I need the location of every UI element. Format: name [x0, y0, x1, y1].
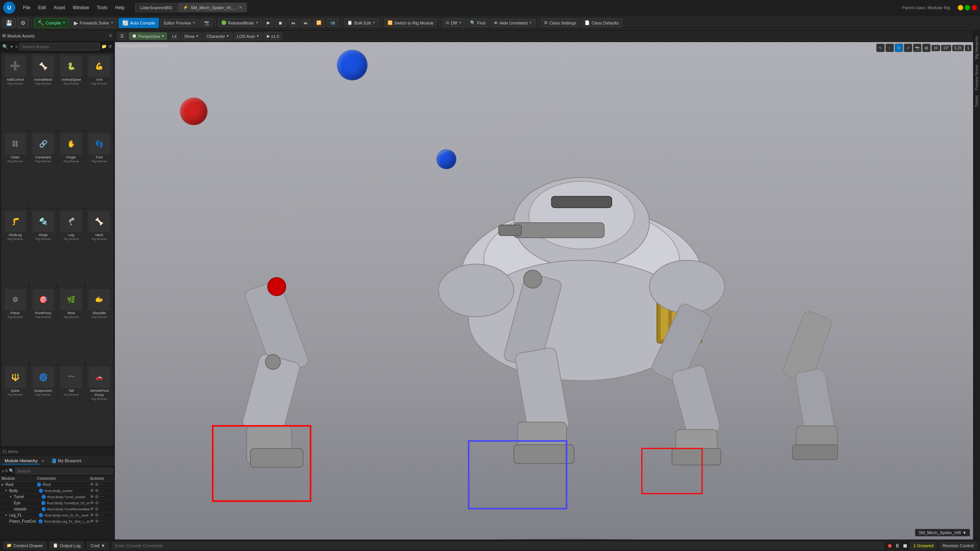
asset-suspension[interactable]: 🌀 Suspension Rig Module — [29, 365, 57, 446]
action-more-turret[interactable]: ⋯ — [100, 494, 104, 499]
vp-character-button[interactable]: Character ▼ — [203, 33, 232, 40]
editor-preview-button[interactable]: Editor Preview ▼ — [160, 19, 199, 27]
content-drawer-button[interactable]: 📁 Content Drawer — [3, 541, 46, 549]
console-input[interactable] — [112, 542, 884, 549]
asset-neck[interactable]: 🦴 Neck Rig Module — [86, 209, 113, 286]
settings-sm-icon[interactable]: ⚙ — [108, 44, 112, 49]
action-more-missels[interactable]: ⋯ — [100, 507, 104, 512]
auto-compile-button[interactable]: 🔄 Auto Compile — [119, 18, 159, 28]
mh-close-icon[interactable]: ✕ — [41, 459, 44, 463]
step-forward-button[interactable]: ⏭ — [300, 19, 311, 27]
action-more-leg-fl[interactable]: ⋯ — [100, 513, 104, 518]
asset-shoulder[interactable]: 🫱 Shoulder Rig Module — [86, 287, 113, 364]
compile-button[interactable]: 🔨 Compile ▼ — [34, 18, 69, 28]
vp-playback-button[interactable]: ▶ x1.0 — [264, 32, 282, 40]
revision-control-button[interactable]: Revision Control — [939, 542, 977, 549]
asset-pivotproxy[interactable]: 🎯 PivotProxy Rig Module — [29, 287, 57, 364]
vp-hamburger-button[interactable]: ☰ — [117, 32, 127, 40]
asset-chain[interactable]: ⛓ Chain Rig Module — [2, 131, 29, 208]
menu-asset[interactable]: Asset — [51, 3, 68, 12]
action-more-root[interactable]: ⋯ — [100, 482, 104, 487]
minimize-button[interactable] — [958, 5, 963, 10]
action-eye-leg-fl[interactable]: 👁 — [90, 513, 94, 518]
vp-ctrl-move[interactable]: ↕ — [885, 44, 894, 52]
record-button[interactable]: ⏺ — [887, 543, 892, 549]
class-settings-button[interactable]: ⚙ Class Settings — [541, 18, 580, 27]
tab-module-hierarchy[interactable]: Module Hierarchy — [2, 458, 40, 465]
action-gear-leg-fl[interactable]: ⚙ — [95, 513, 99, 518]
asset-animalspine[interactable]: 🐍 AnimalSpine Rig Module — [58, 54, 85, 130]
action-eye-turret[interactable]: 👁 — [90, 494, 94, 499]
asset-finger[interactable]: ✋ Finger Rig Module — [58, 131, 85, 208]
action-gear-root[interactable]: ⚙ — [95, 482, 99, 487]
mh-row-body[interactable]: ▼ Body 🔵 Root.Body_socket 👁 ⚙ ⋯ — [0, 488, 114, 494]
asset-root[interactable]: 🌿 Root Rig Module — [58, 287, 85, 364]
right-tab-rig-hierarchy[interactable]: Rig Hierarchy — [974, 34, 980, 62]
vp-show-button[interactable]: Show ▼ — [181, 33, 202, 40]
vp-ctrl-num2[interactable]: 10° — [941, 45, 951, 51]
vp-ctrl-camera[interactable]: 📷 — [913, 44, 921, 52]
action-more-eye[interactable]: ⋯ — [100, 500, 104, 505]
asset-hindleg[interactable]: 🦵 HindLeg Rig Module — [2, 209, 29, 286]
mh-row-turret[interactable]: ▼ Turret 🔵 Root.Body:Turret_socket 👁 ⚙ ⋯ — [0, 494, 114, 500]
mh-search-input[interactable] — [15, 468, 113, 474]
folder-icon[interactable]: 📁 — [101, 44, 107, 49]
pause-button[interactable]: ⏸ — [895, 543, 900, 549]
mh-row-piston-footout[interactable]: Piston_FootOut 🔵 Root.Body:Leg_FL_foot_L… — [0, 518, 114, 525]
menu-help[interactable]: Help — [112, 3, 128, 12]
hide-unrelated-button[interactable]: 👁 Hide Unrelated ▼ — [490, 19, 536, 27]
camera-button[interactable]: 📹 — [327, 18, 339, 27]
mh-row-eye[interactable]: Eye 🔵 Root.Body:TurretEye_02_sc 👁 ⚙ ⋯ — [0, 500, 114, 506]
asset-animalneck[interactable]: 🦴 AnimalNeck Rig Module — [29, 54, 57, 130]
right-tab-preview-scene[interactable]: Preview Scene — [974, 62, 980, 93]
asset-spine[interactable]: 🔱 Spine Rig Module — [2, 365, 29, 446]
vp-ctrl-num4[interactable]: 1 — [965, 45, 972, 51]
release-mode-button[interactable]: 🟢 ReleaseMode ▼ — [218, 18, 262, 27]
action-gear-piston[interactable]: ⚙ — [95, 519, 99, 524]
vp-ctrl-num3[interactable]: 0.25 — [952, 45, 964, 51]
asset-tail[interactable]: 〰 Tail Rig Module — [58, 365, 85, 446]
close-button[interactable] — [972, 5, 977, 10]
unsaved-button[interactable]: 1 Unsaved — [910, 542, 937, 549]
play-button[interactable]: ▶ — [263, 18, 273, 27]
mech-label-overlay[interactable]: SM_Mech_Spider_HI8 ▼ — [915, 529, 970, 536]
action-gear-missels[interactable]: ⚙ — [95, 507, 99, 512]
asset-constraint[interactable]: 🔗 Constraint Rig Module — [29, 131, 57, 208]
module-assets-close[interactable]: ✕ — [109, 33, 112, 38]
action-eye-root[interactable]: 👁 — [90, 482, 94, 487]
stop-bottom-button[interactable]: ⏹ — [902, 543, 908, 549]
tab-mech-close[interactable]: ✕ — [239, 5, 242, 10]
action-gear-body[interactable]: ⚙ — [95, 488, 99, 493]
mh-row-root[interactable]: ▶ Root 🔵 Root 👁 ⚙ ⋯ — [0, 482, 114, 488]
tab-lidar[interactable]: LidarScannedBG — [135, 3, 177, 12]
vp-ctrl-grid[interactable]: ⊞ — [922, 44, 931, 52]
stop-button[interactable]: ⏹ — [275, 19, 286, 27]
action-more-body[interactable]: ⋯ — [100, 488, 104, 493]
asset-foot[interactable]: 👣 Foot Rig Module — [86, 131, 113, 208]
menu-file[interactable]: File — [20, 3, 33, 12]
menu-tools[interactable]: Tools — [94, 3, 111, 12]
mh-row-leg-fl[interactable]: ▼ Leg_FL 🔵 Root.Body:Arm_01_FL_sock 👁 ⚙ … — [0, 512, 114, 518]
asset-addcontrol[interactable]: ➕ AddControl Rig Module — [2, 54, 29, 130]
vp-lod-button[interactable]: LOD Auto ▼ — [234, 33, 263, 40]
vp-perspective-button[interactable]: 🔲 Perspective ▼ — [129, 32, 167, 40]
vp-lit-button[interactable]: Lit — [169, 33, 180, 40]
search-input[interactable] — [19, 43, 100, 51]
cmd-button[interactable]: Cmd ▼ — [87, 542, 108, 549]
tab-mech[interactable]: ⚡ SM_Mech_Spider_HI_... ✕ — [178, 3, 247, 12]
vp-ctrl-num1[interactable]: 10 — [931, 45, 940, 51]
menu-edit[interactable]: Edit — [35, 3, 49, 12]
vp-ctrl-select[interactable]: ↖ — [876, 44, 885, 52]
output-log-button[interactable]: 📋 Output Log — [49, 541, 84, 549]
right-tab-details[interactable]: Details — [974, 93, 980, 109]
asset-piston[interactable]: ⚙ Piston Rig Module — [2, 287, 29, 364]
settings-button[interactable]: ⚙ — [17, 18, 29, 28]
vp-ctrl-scale[interactable]: ⤢ — [904, 44, 912, 52]
mh-row-missels[interactable]: missels 🔵 Root.Body:TurretRocketBas 👁 ⚙ … — [0, 506, 114, 512]
menu-window[interactable]: Window — [70, 3, 92, 12]
diff-button[interactable]: ⚖ Diff ▼ — [442, 18, 465, 27]
asset-hinge[interactable]: 🔩 Hinge Rig Module — [29, 209, 57, 286]
find-button[interactable]: 🔍 Find — [467, 18, 488, 27]
bulk-edit-button[interactable]: 📋 Bulk Edit ▼ — [344, 18, 379, 27]
viewport-canvas[interactable]: Previewing Reference Pose — [115, 42, 973, 540]
